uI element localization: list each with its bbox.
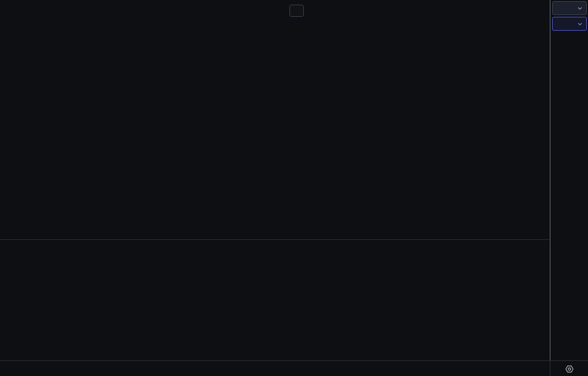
- price-axis[interactable]: [550, 0, 588, 360]
- pane-divider[interactable]: [0, 239, 588, 240]
- unit-dropdown[interactable]: [552, 17, 587, 31]
- gear-icon: [565, 364, 574, 374]
- time-axis[interactable]: [0, 360, 550, 376]
- trading-chart-app: [0, 0, 588, 376]
- chart-toolbar: [0, 0, 556, 16]
- price-chart-canvas[interactable]: [0, 16, 550, 240]
- macd-chart-canvas[interactable]: [0, 240, 550, 360]
- collapse-legend-button[interactable]: [289, 5, 304, 17]
- bollinger-legend[interactable]: [312, 0, 333, 16]
- currency-dropdown[interactable]: [552, 1, 587, 15]
- axis-settings-corner[interactable]: [550, 360, 588, 376]
- chevron-down-icon: [578, 23, 582, 25]
- chevron-down-icon: [578, 7, 582, 10]
